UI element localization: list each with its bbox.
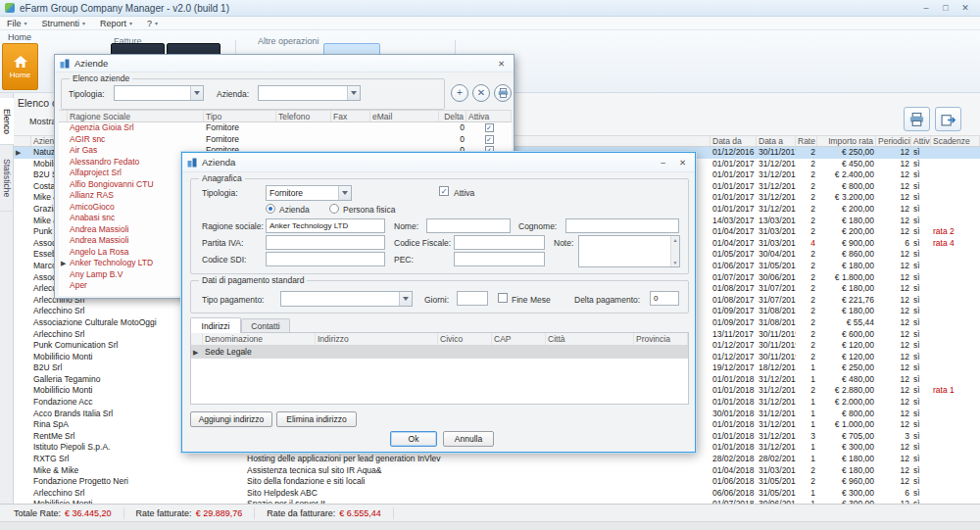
cell-scadenze	[931, 249, 980, 261]
column-header-data_da[interactable]: Data da	[710, 136, 757, 146]
column-header-tipo[interactable]: Tipo	[204, 111, 276, 121]
column-header-provincia[interactable]: Provincia	[634, 333, 688, 345]
cell-periodicita: 3	[876, 431, 911, 443]
minimize-button[interactable]: –	[916, 1, 936, 16]
menu-help[interactable]: ?▾	[147, 19, 158, 28]
column-header-data_a[interactable]: Data a	[757, 136, 796, 146]
azienda-filter-select[interactable]	[258, 85, 361, 101]
column-header-indirizzo[interactable]: Indirizzo	[316, 333, 438, 345]
company-row[interactable]: AGIR sncFornitore0✓	[59, 134, 512, 146]
column-header-fax[interactable]: Fax	[331, 111, 370, 121]
tipo-pagamento-select[interactable]	[280, 291, 413, 307]
canone-row[interactable]: Mike & MikeAssistenza tecnica sul sito I…	[14, 465, 980, 477]
close-button[interactable]: ✕	[956, 1, 975, 16]
tipologia-select[interactable]: Fornitore	[266, 185, 352, 201]
ragione-sociale-field[interactable]: Anker Technology LTD	[266, 218, 385, 233]
home-tile-button[interactable]: Home	[2, 43, 38, 90]
radio-persona-fisica[interactable]	[329, 204, 339, 214]
elimina-indirizzo-button[interactable]: Elimina indirizzo	[276, 411, 357, 427]
column-header-rate[interactable]: Rate	[796, 136, 817, 146]
menu-report[interactable]: Report▾	[100, 19, 132, 28]
ok-button[interactable]: Ok	[390, 431, 437, 447]
cell-importo: € 800,00	[817, 409, 876, 420]
cell-importo: € 480,00	[817, 374, 876, 386]
partita-iva-field[interactable]	[266, 235, 385, 250]
column-header-name[interactable]: Ragione Sociale	[68, 111, 204, 121]
column-header-civico[interactable]: Civico	[438, 333, 492, 345]
scrollbar[interactable]: ▲▼	[670, 236, 679, 266]
cell-importo: € 55,44	[817, 317, 876, 329]
column-header-denominazione[interactable]: Denominazione	[203, 333, 316, 345]
menu-file[interactable]: File▾	[7, 19, 27, 28]
codice-sdi-field[interactable]	[266, 252, 385, 266]
statusbar: Totale Rate: € 36.445,20 Rate fatturate:…	[0, 504, 980, 521]
group-label: Anagrafica	[199, 173, 245, 183]
column-header-citta[interactable]: Città	[546, 333, 634, 345]
cognome-field[interactable]	[565, 218, 679, 233]
giorni-field[interactable]	[457, 291, 488, 306]
cell-indicator: ▶	[59, 258, 68, 269]
add-company-button[interactable]: +	[451, 84, 468, 102]
radio-azienda[interactable]	[266, 204, 275, 214]
cell-importo: € 180,00	[817, 306, 876, 317]
cell-rate: 2	[796, 216, 817, 227]
column-header-ind[interactable]	[14, 136, 31, 146]
print-companies-button[interactable]	[494, 84, 512, 102]
cell-attivo: sì	[911, 238, 931, 250]
cell-ind	[14, 283, 31, 295]
canone-row[interactable]: RXTG SrlHosting delle applicazioni per l…	[14, 454, 980, 465]
tab-indirizzi[interactable]: Indirizzi	[190, 317, 241, 333]
cell-scadenze	[931, 409, 980, 420]
column-header-telefono[interactable]: Telefono	[276, 111, 331, 121]
cell-periodicita: 12	[876, 306, 911, 317]
minimize-icon[interactable]: –	[656, 158, 670, 168]
cell-data_a: 31/12/2018	[757, 181, 796, 193]
indirizzo-row[interactable]: ▶Sede Legale	[191, 346, 688, 359]
attiva-checkbox[interactable]: ✓	[485, 123, 494, 132]
export-button[interactable]	[935, 107, 961, 131]
cell-data_a: 31/05/2019	[757, 488, 796, 500]
note-field[interactable]: ▲▼	[578, 235, 680, 267]
column-header-periodicita[interactable]: Periodicità	[876, 136, 911, 146]
cell-attivo: sì	[911, 306, 931, 317]
cell-periodicita: 12	[876, 397, 911, 409]
menu-strumenti[interactable]: Strumenti▾	[42, 19, 86, 28]
column-header-attivo[interactable]: Attivo	[911, 136, 931, 146]
column-header-delta[interactable]: Delta	[439, 111, 466, 121]
cell-ind	[14, 317, 31, 329]
column-header-attiva[interactable]: Attiva	[466, 111, 512, 121]
attiva-checkbox[interactable]: ✓	[485, 135, 494, 144]
fine-mese-checkbox[interactable]: ✓	[498, 293, 508, 303]
maximize-button[interactable]: □	[936, 1, 956, 16]
column-header-email[interactable]: eMail	[370, 111, 439, 121]
nome-field[interactable]	[426, 218, 511, 233]
column-header-importo[interactable]: Importo rata	[817, 136, 876, 146]
pec-field[interactable]	[454, 252, 545, 266]
cell-azienda: Mike & Mike	[31, 465, 245, 477]
cancel-button[interactable]: ✕	[472, 84, 490, 102]
print-button[interactable]	[904, 107, 930, 131]
column-header-ind[interactable]	[59, 111, 68, 121]
status-rate-da-fatturare: Rate da fatturare: € 6.555,44	[255, 507, 394, 519]
tab-contatti[interactable]: Contatti	[241, 318, 290, 333]
app-icon	[5, 3, 15, 13]
tab-home[interactable]: Home	[8, 32, 31, 42]
canone-row[interactable]: Arlecchino SrlSito Helpdesk ABC06/06/201…	[14, 488, 980, 500]
company-row[interactable]: Agenzia Gioia SrlFornitore0✓	[59, 122, 512, 134]
column-header-cap[interactable]: CAP	[492, 333, 546, 345]
column-header-scadenze[interactable]: Scadenze	[931, 136, 980, 146]
codice-fiscale-field[interactable]	[454, 235, 545, 250]
column-header-ind[interactable]	[191, 333, 203, 345]
tipologia-filter-select[interactable]	[114, 85, 204, 101]
side-tab-elenco[interactable]: Elenco	[0, 98, 14, 145]
aggiungi-indirizzo-button[interactable]: Aggiungi indirizzo	[190, 411, 272, 427]
close-icon[interactable]: ✕	[675, 158, 690, 168]
side-tab-statistiche[interactable]: Statistiche	[0, 145, 14, 212]
canone-row[interactable]: Fondazione Progetto NeriSito della fonda…	[14, 476, 980, 488]
attiva-checkbox[interactable]: ✓	[439, 186, 449, 196]
delta-pagamento-field[interactable]: 0	[650, 291, 679, 306]
cell-email	[370, 134, 439, 146]
annulla-button[interactable]: Annulla	[443, 431, 494, 447]
close-icon[interactable]: ✕	[494, 59, 509, 69]
radio-azienda-label: Azienda	[279, 205, 310, 215]
